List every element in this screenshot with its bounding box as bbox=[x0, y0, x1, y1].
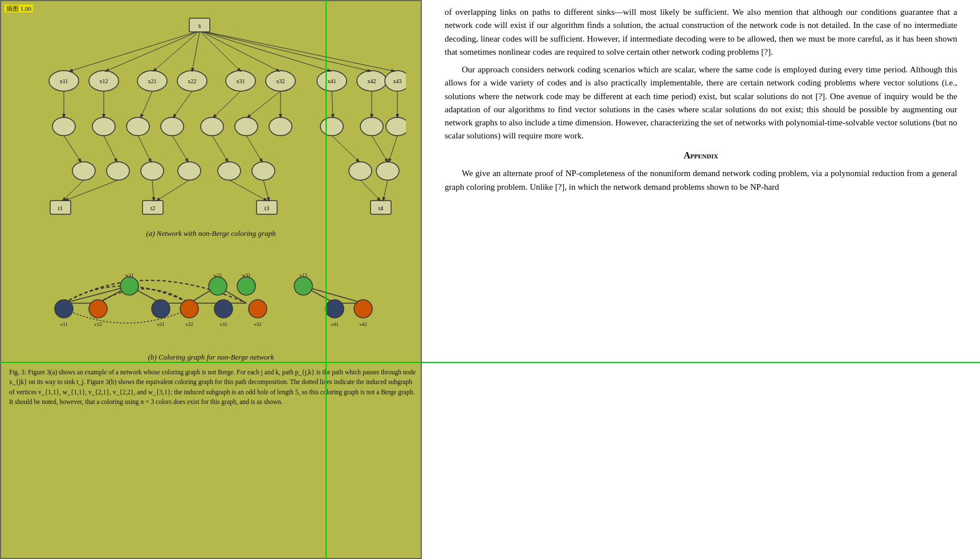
svg-point-53 bbox=[178, 162, 201, 180]
svg-text:x31: x31 bbox=[237, 78, 245, 84]
svg-point-105 bbox=[89, 300, 107, 318]
svg-point-33 bbox=[161, 117, 184, 136]
appendix-title: Appendix bbox=[445, 149, 957, 163]
svg-text:v12: v12 bbox=[94, 321, 102, 327]
svg-point-57 bbox=[376, 162, 399, 180]
svg-point-109 bbox=[180, 300, 198, 318]
svg-text:w11: w11 bbox=[125, 272, 133, 278]
svg-text:x32: x32 bbox=[276, 78, 285, 84]
caption-a: (a) Network with non-Berge coloring grap… bbox=[146, 229, 275, 238]
svg-point-113 bbox=[249, 300, 267, 318]
svg-text:v31: v31 bbox=[219, 321, 227, 327]
svg-text:v42: v42 bbox=[359, 321, 367, 327]
caption-b: (b) Coloring graph for non-Berge network bbox=[148, 353, 274, 362]
svg-text:x21: x21 bbox=[148, 78, 157, 84]
svg-point-101 bbox=[294, 277, 312, 295]
svg-point-107 bbox=[152, 300, 170, 318]
svg-text:v21: v21 bbox=[157, 321, 165, 327]
paragraph-2: Our approach considers network coding sc… bbox=[445, 63, 957, 143]
svg-point-30 bbox=[52, 117, 75, 136]
svg-text:x11: x11 bbox=[60, 78, 68, 84]
coloring-graph-svg: w11 w21 w31 v13 v11 v12 v21 v22 bbox=[30, 246, 395, 349]
svg-text:t3: t3 bbox=[265, 205, 270, 211]
svg-text:w21: w21 bbox=[213, 272, 222, 278]
coloring-graph-area: w11 w21 w31 v13 v11 v12 v21 v22 bbox=[30, 246, 395, 349]
svg-point-55 bbox=[252, 162, 275, 180]
svg-text:w31: w31 bbox=[242, 272, 251, 278]
svg-point-51 bbox=[107, 162, 129, 180]
svg-point-115 bbox=[326, 300, 344, 318]
svg-text:x41: x41 bbox=[328, 78, 336, 84]
caption-b-text: (b) Coloring graph for non-Berge network bbox=[148, 353, 274, 361]
svg-point-95 bbox=[120, 277, 139, 295]
svg-text:x22: x22 bbox=[188, 78, 197, 84]
svg-point-36 bbox=[269, 117, 292, 136]
svg-point-97 bbox=[209, 277, 227, 295]
para2-text: Our approach considers network coding sc… bbox=[445, 65, 957, 140]
svg-text:t4: t4 bbox=[379, 205, 384, 211]
svg-text:v13: v13 bbox=[299, 272, 307, 278]
svg-point-54 bbox=[218, 162, 241, 180]
fig-description-text: Fig. 3: Figure 3(a) shows an example of … bbox=[9, 369, 416, 405]
svg-point-37 bbox=[320, 117, 343, 136]
paragraph-3: We give an alternate proof of NP-complet… bbox=[445, 167, 957, 194]
svg-text:v11: v11 bbox=[60, 321, 67, 327]
para3-text: We give an alternate proof of NP-complet… bbox=[445, 169, 957, 191]
figure-label-text: 插图 1.00 bbox=[5, 5, 33, 13]
right-text-panel: of overlapping links on paths to differe… bbox=[422, 0, 980, 559]
paragraph-1: of overlapping links on paths to differe… bbox=[445, 6, 957, 59]
svg-point-34 bbox=[201, 117, 223, 136]
svg-text:v41: v41 bbox=[331, 321, 339, 327]
figure-description: Fig. 3: Figure 3(a) shows an example of … bbox=[9, 368, 418, 407]
svg-point-56 bbox=[349, 162, 372, 180]
svg-text:x43: x43 bbox=[393, 78, 402, 84]
svg-text:s: s bbox=[198, 22, 201, 30]
svg-point-103 bbox=[55, 300, 73, 318]
appendix-title-text: Appendix bbox=[684, 150, 718, 160]
network-graph-svg: s x11 x12 x21 x22 x31 x32 x41 bbox=[18, 13, 406, 223]
svg-text:v32: v32 bbox=[254, 321, 262, 327]
network-graph-area: s x11 x12 x21 x22 x31 x32 x41 bbox=[18, 13, 406, 223]
svg-point-32 bbox=[127, 117, 149, 136]
svg-point-111 bbox=[214, 300, 233, 318]
svg-point-38 bbox=[360, 117, 383, 136]
svg-text:v22: v22 bbox=[185, 321, 193, 327]
svg-point-35 bbox=[235, 117, 258, 136]
svg-point-39 bbox=[386, 117, 406, 136]
svg-text:x12: x12 bbox=[100, 78, 108, 84]
svg-point-117 bbox=[354, 300, 372, 318]
figure-label: 插图 1.00 bbox=[5, 5, 33, 13]
svg-point-52 bbox=[141, 162, 164, 180]
svg-point-50 bbox=[72, 162, 95, 180]
svg-text:x42: x42 bbox=[368, 78, 376, 84]
svg-text:t1: t1 bbox=[58, 205, 63, 211]
svg-point-31 bbox=[92, 117, 115, 136]
svg-text:t2: t2 bbox=[151, 205, 156, 211]
figure-panel: 插图 1.00 s x11 x12 x21 x22 x31 bbox=[0, 0, 422, 559]
caption-a-text: (a) Network with non-Berge coloring grap… bbox=[146, 229, 275, 238]
para1-text: of overlapping links on paths to differe… bbox=[445, 7, 957, 56]
svg-point-99 bbox=[237, 277, 255, 295]
